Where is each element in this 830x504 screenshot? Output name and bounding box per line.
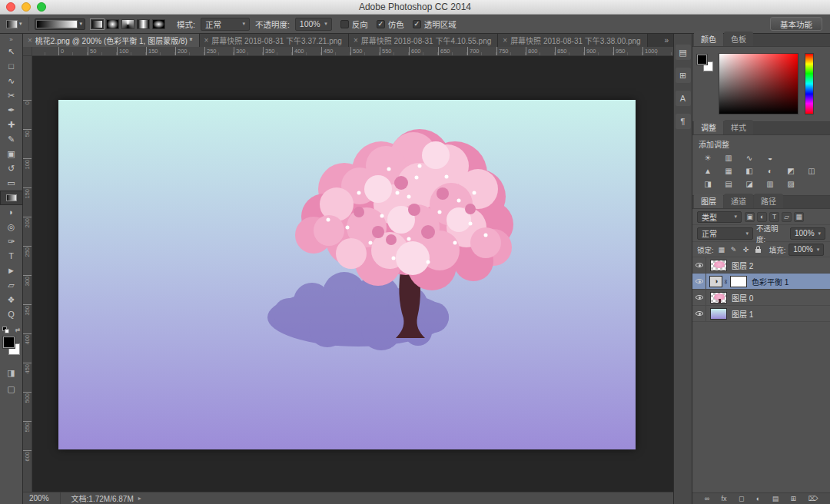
document-tab[interactable]: ×桃花2.png @ 200% (色彩平衡 1, 图层蒙版/8) *	[23, 34, 200, 47]
panel-tab[interactable]: 色板	[724, 32, 753, 46]
layer-fill-field[interactable]: 100% ▾	[788, 244, 824, 256]
posterize-button[interactable]: ▤	[721, 178, 736, 190]
quick-mask-button[interactable]: ◨	[7, 368, 15, 378]
properties-panel-button[interactable]: ▤	[676, 45, 691, 60]
link-layers-button[interactable]: ∞	[705, 495, 709, 502]
brush-tool[interactable]: ✎	[0, 132, 23, 147]
tab-close-icon[interactable]: ×	[354, 36, 358, 45]
reverse-checkbox[interactable]: 反向	[340, 18, 368, 30]
move-tool[interactable]: ↖	[0, 45, 23, 59]
layer-effects-button[interactable]: fx	[722, 495, 727, 502]
filter-shape-layers-icon[interactable]: ▱	[782, 212, 792, 222]
panel-tab[interactable]: 调整	[694, 120, 723, 134]
paragraph-panel-button[interactable]: ¶	[676, 114, 691, 129]
reflected-gradient-button[interactable]	[137, 19, 150, 29]
eraser-tool[interactable]: ▭	[0, 176, 23, 191]
new-adjustment-layer-button[interactable]: ◐	[756, 495, 760, 502]
document-tab[interactable]: ×屏幕快照 2018-08-31 下午3.37.21.png	[200, 34, 349, 47]
lock-image-button[interactable]: ✎	[729, 244, 739, 254]
document-tab[interactable]: ×屏幕快照 2018-08-31 下午3.38.00.png	[498, 34, 647, 47]
crop-tool[interactable]: ✂	[0, 88, 23, 103]
radial-gradient-button[interactable]	[106, 19, 119, 29]
opacity-select[interactable]: 100% ▾	[295, 18, 332, 31]
hand-tool[interactable]: ❖	[0, 293, 23, 307]
horizontal-ruler[interactable]: 0501001502002503003504004505005506006507…	[32, 47, 673, 56]
black-white-button[interactable]: ◐	[762, 165, 778, 177]
invert-button[interactable]: ◨	[700, 178, 715, 190]
color-balance-button[interactable]: ◧	[742, 165, 757, 177]
foreground-color-swatch[interactable]	[3, 337, 15, 348]
zoom-level-field[interactable]: 200%	[23, 492, 61, 504]
curves-button[interactable]: ∿	[742, 152, 757, 164]
filter-type-layers-icon[interactable]: T	[769, 212, 779, 222]
dither-checkbox[interactable]: ✓仿色	[377, 18, 404, 30]
tool-preset-picker[interactable]: ▾	[6, 17, 29, 31]
dodge-tool[interactable]: ◎	[0, 220, 23, 234]
filter-smart-objects-icon[interactable]: ▦	[794, 212, 804, 222]
vertical-ruler[interactable]: 050100150200250300350400450500550600	[23, 56, 32, 492]
layer-row[interactable]: 图层 0	[692, 290, 830, 306]
libraries-panel-button[interactable]: ⊞	[676, 68, 691, 83]
shape-tool[interactable]: ▱	[0, 278, 23, 293]
panel-tab[interactable]: 图层	[694, 194, 723, 208]
layer-row[interactable]: 图层 1	[692, 306, 830, 322]
zoom-window-button[interactable]	[37, 2, 46, 12]
character-panel-button[interactable]: A	[676, 91, 691, 106]
layer-opacity-field[interactable]: 100% ▾	[790, 227, 825, 240]
levels-button[interactable]: ▥	[721, 152, 736, 164]
layer-row[interactable]: 图层 2	[692, 257, 830, 274]
panel-tab[interactable]: 样式	[724, 120, 753, 134]
type-tool[interactable]: T	[0, 249, 23, 264]
photo-filter-button[interactable]: ◩	[783, 165, 798, 177]
lasso-tool[interactable]: ∿	[0, 74, 23, 88]
linear-gradient-button[interactable]	[91, 19, 104, 29]
status-flyout-arrow[interactable]: ▸	[138, 495, 141, 502]
saturation-brightness-field[interactable]	[719, 53, 798, 114]
visibility-toggle[interactable]	[692, 257, 706, 273]
diamond-gradient-button[interactable]	[152, 19, 165, 29]
history-brush-tool[interactable]: ↺	[0, 161, 23, 176]
threshold-button[interactable]: ◪	[742, 178, 757, 190]
document-tab[interactable]: ×屏幕快照 2018-08-31 下午4.10.55.png	[349, 34, 498, 47]
panel-tab[interactable]: 路径	[754, 194, 783, 208]
eyedropper-tool[interactable]: ✒	[0, 103, 23, 118]
filter-pixel-layers-icon[interactable]: ▣	[745, 212, 755, 222]
lock-all-button[interactable]	[754, 244, 763, 254]
close-window-button[interactable]	[6, 2, 15, 12]
visibility-toggle[interactable]	[692, 306, 706, 321]
blend-mode-select[interactable]: 正常 ▾	[201, 18, 250, 31]
channel-mixer-button[interactable]: ◫	[804, 165, 819, 177]
new-group-button[interactable]: ▤	[772, 495, 779, 502]
visibility-toggle[interactable]	[692, 274, 706, 289]
pen-tool[interactable]: ✑	[0, 234, 23, 249]
angle-gradient-button[interactable]	[121, 19, 134, 29]
filter-adjustment-layers-icon[interactable]: ◐	[757, 212, 767, 222]
default-colors-button[interactable]	[2, 327, 9, 333]
document-canvas[interactable]	[58, 100, 636, 449]
toolbar-collapse-button[interactable]: »	[9, 34, 12, 45]
tab-close-icon[interactable]: ×	[28, 36, 32, 45]
vibrance-button[interactable]: ▲	[700, 165, 715, 177]
exposure-button[interactable]: ◒	[762, 152, 778, 164]
hue-saturation-button[interactable]: ▦	[721, 165, 736, 177]
layer-row[interactable]: ◑∞色彩平衡 1	[692, 274, 830, 290]
gradient-tool[interactable]	[0, 191, 23, 205]
layer-blend-mode-select[interactable]: 正常 ▾	[697, 227, 753, 240]
hue-slider[interactable]	[805, 53, 814, 114]
brightness-contrast-button[interactable]: ☀	[700, 152, 715, 164]
visibility-toggle[interactable]	[692, 290, 706, 305]
clone-stamp-tool[interactable]: ▣	[0, 147, 23, 161]
tab-close-icon[interactable]: ×	[204, 36, 209, 45]
panel-tab[interactable]: 颜色	[694, 32, 723, 46]
swap-colors-button[interactable]: ⇄	[15, 327, 21, 333]
gradient-map-button[interactable]: ▥	[762, 178, 778, 190]
panel-tab[interactable]: 通道	[724, 194, 753, 208]
canvas-area[interactable]	[32, 56, 673, 492]
lock-position-button[interactable]: ✜	[742, 244, 751, 254]
add-layer-mask-button[interactable]: ◻	[739, 495, 744, 502]
zoom-tool[interactable]: Q	[0, 307, 23, 322]
chevron-down-icon[interactable]: ▾	[78, 21, 84, 27]
minimize-window-button[interactable]	[22, 2, 31, 12]
selective-color-button[interactable]: ▨	[783, 178, 798, 190]
rectangular-marquee-tool[interactable]: □	[0, 59, 23, 74]
